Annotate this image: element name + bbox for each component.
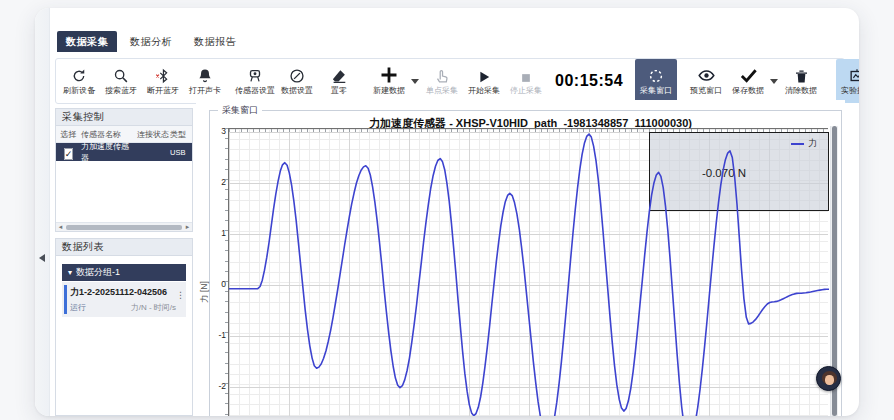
sensor-checkbox[interactable]: ✓ bbox=[64, 148, 74, 160]
tab-data-analysis[interactable]: 数据分析 bbox=[121, 31, 181, 52]
eye-icon bbox=[697, 66, 716, 85]
avatar-face bbox=[825, 375, 834, 385]
save-data-button[interactable]: 保存数据 bbox=[727, 59, 769, 103]
search-bluetooth-button[interactable]: 搜索蓝牙 bbox=[100, 59, 142, 103]
bluetooth-disconnect-icon bbox=[154, 66, 172, 85]
item-menu-icon[interactable]: ⋮ bbox=[176, 290, 185, 300]
stop-acquisition-button[interactable]: 停止采集 bbox=[505, 59, 547, 103]
experiment-chart-button[interactable]: 实验挂图 bbox=[836, 59, 859, 103]
clear-data-button[interactable]: 清除数据 bbox=[780, 59, 822, 103]
hscroll-thumb[interactable] bbox=[66, 225, 182, 230]
zero-eraser-icon bbox=[330, 66, 348, 85]
main-tabbar: 数据采集 数据分析 数据报告 bbox=[57, 31, 245, 52]
assistant-avatar-button[interactable] bbox=[816, 366, 841, 391]
plot-area[interactable]: -0.070 N 力 bbox=[228, 128, 828, 416]
data-list-panel: 数据列表 ▾ 数据分组-1 力1-2-20251112-042506 运行 力/… bbox=[55, 238, 193, 416]
dashed-circle-icon bbox=[647, 66, 665, 85]
check-icon bbox=[739, 66, 758, 85]
app-window: 数据采集 数据分析 数据报告 刷新设备 搜索蓝牙 断开蓝牙 打开声卡 bbox=[35, 8, 859, 416]
new-data-button[interactable]: 新建数据 bbox=[368, 59, 410, 103]
disconnect-bluetooth-button[interactable]: 断开蓝牙 bbox=[142, 59, 184, 103]
refresh-icon bbox=[70, 66, 88, 85]
sensor-type: USB bbox=[170, 148, 192, 157]
toolbar: 刷新设备 搜索蓝牙 断开蓝牙 打开声卡 传感器设置 数据设置 bbox=[55, 58, 845, 104]
tab-data-report[interactable]: 数据报告 bbox=[185, 31, 245, 52]
y-tick-label: 1 bbox=[210, 228, 226, 238]
waveform-line bbox=[229, 129, 829, 416]
sidebar-collapse-strip[interactable] bbox=[35, 8, 50, 416]
data-list-header: 数据列表 bbox=[55, 238, 193, 256]
chart-legend: 力 bbox=[791, 137, 817, 150]
data-settings-button[interactable]: 数据设置 bbox=[276, 59, 318, 103]
open-soundcard-button[interactable]: 打开声卡 bbox=[184, 59, 226, 103]
preview-window-button[interactable]: 预览窗口 bbox=[685, 59, 727, 103]
legend-line-swatch bbox=[791, 143, 804, 145]
stop-icon bbox=[519, 66, 533, 85]
y-tick-label: 0 bbox=[210, 279, 226, 289]
data-list-item[interactable]: 力1-2-20251112-042506 运行 力/N - 时间/s ⋮ bbox=[62, 282, 186, 317]
legend-series-name: 力 bbox=[808, 137, 817, 150]
item-accent-bar bbox=[64, 285, 67, 314]
soundcard-bell-icon bbox=[196, 66, 214, 85]
trash-icon bbox=[793, 66, 810, 85]
single-point-button[interactable]: 单点采集 bbox=[421, 59, 463, 103]
data-settings-icon bbox=[288, 66, 306, 85]
sensor-row[interactable]: ✓ 力加速度传感器 USB bbox=[56, 143, 192, 161]
acquisition-control-panel: 采集控制 选择 传感器名称 连接状态 类型 ✓ 力加速度传感器 USB ◂ ▸ bbox=[55, 108, 193, 232]
bluetooth-search-icon bbox=[112, 66, 130, 85]
new-data-plus-icon bbox=[379, 66, 399, 85]
sensor-name: 力加速度传感器 bbox=[81, 141, 136, 163]
sensor-settings-button[interactable]: 传感器设置 bbox=[234, 59, 276, 103]
collapse-left-icon[interactable] bbox=[39, 254, 45, 262]
item-axes: 力/N - 时间/s bbox=[131, 302, 176, 313]
sensor-settings-icon bbox=[246, 66, 264, 85]
scroll-right-icon[interactable]: ▸ bbox=[183, 223, 192, 231]
zero-button[interactable]: 置零 bbox=[318, 59, 360, 103]
acquisition-control-header: 采集控制 bbox=[55, 108, 193, 126]
chart-panel: 采集窗口 力加速度传感器 - XHSP-V10HID_path_-1981348… bbox=[196, 100, 845, 416]
sensor-table-hscrollbar[interactable]: ◂ ▸ bbox=[56, 222, 192, 231]
scroll-left-icon[interactable]: ◂ bbox=[56, 223, 65, 231]
acquisition-timer: 00:15:54 bbox=[555, 59, 623, 103]
y-tick-label: -1 bbox=[210, 330, 226, 340]
item-status: 运行 bbox=[70, 302, 86, 313]
single-point-hand-icon bbox=[433, 66, 451, 85]
new-data-dropdown-caret[interactable] bbox=[411, 79, 419, 84]
play-icon bbox=[476, 66, 492, 85]
acquisition-window-button[interactable]: 采集窗口 bbox=[635, 59, 677, 103]
item-title: 力1-2-20251112-042506 bbox=[70, 286, 176, 299]
start-acquisition-button[interactable]: 开始采集 bbox=[463, 59, 505, 103]
tab-data-acquisition[interactable]: 数据采集 bbox=[57, 31, 117, 52]
data-group-row[interactable]: ▾ 数据分组-1 bbox=[62, 264, 186, 281]
group-expand-icon[interactable]: ▾ bbox=[68, 268, 72, 277]
save-data-dropdown-caret[interactable] bbox=[770, 79, 778, 84]
refresh-device-button[interactable]: 刷新设备 bbox=[58, 59, 100, 103]
y-tick-label: 3 bbox=[210, 126, 226, 136]
board-icon bbox=[848, 66, 859, 85]
y-tick-label: -2 bbox=[210, 381, 226, 391]
y-tick-label: 2 bbox=[210, 177, 226, 187]
